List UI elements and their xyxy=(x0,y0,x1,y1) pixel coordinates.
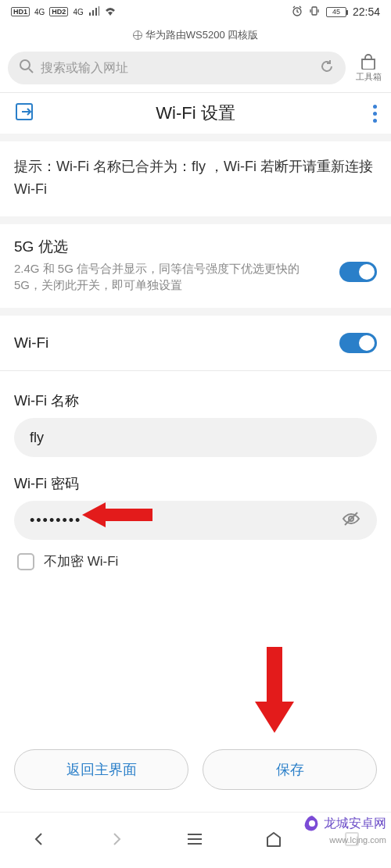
section-gap xyxy=(0,216,391,224)
vibrate-icon xyxy=(309,5,320,19)
section-gap xyxy=(0,308,391,316)
nav-home-icon[interactable] xyxy=(264,830,283,851)
wifi-password-value: •••••••• xyxy=(30,513,81,529)
watermark-url: www.lcjng.com xyxy=(329,835,386,845)
page-title-text: 华为路由WS5200 四核版 xyxy=(145,28,258,42)
status-bar: HD1 4G HD2 4G 45 22:54 xyxy=(0,0,391,23)
action-buttons: 返回主界面 保存 xyxy=(14,749,377,790)
pref-5g-toggle[interactable] xyxy=(339,262,377,282)
browser-page-title: 华为路由WS5200 四核版 xyxy=(0,23,391,48)
save-label: 保存 xyxy=(276,760,304,779)
pref-5g-row: 5G 优选 2.4G 和 5G 信号合并显示，同等信号强度下优选更快的 5G，关… xyxy=(0,224,391,309)
globe-icon xyxy=(133,30,142,40)
app-bar: Wi-Fi 设置 xyxy=(0,93,391,134)
toolbox-button[interactable]: 工具箱 xyxy=(353,54,383,83)
no-encrypt-row[interactable]: 不加密 Wi-Fi xyxy=(14,540,377,578)
signal-icon xyxy=(88,6,99,18)
hd2-badge: HD2 xyxy=(49,7,68,16)
wifi-name-input[interactable]: fly xyxy=(14,418,377,457)
wifi-name-label: Wi-Fi 名称 xyxy=(14,391,377,410)
merge-notice: 提示：Wi-Fi 名称已合并为：fly ，Wi-Fi 若断开请重新连接 Wi-F… xyxy=(0,141,391,216)
section-gap xyxy=(0,134,391,141)
no-encrypt-label: 不加密 Wi-Fi xyxy=(44,552,118,570)
svg-point-8 xyxy=(309,820,315,827)
pref-5g-desc: 2.4G 和 5G 信号合并显示，同等信号强度下优选更快的 5G，关闭此开关，即… xyxy=(14,260,330,295)
status-left: HD1 4G HD2 4G xyxy=(11,6,117,18)
wifi-toggle[interactable] xyxy=(339,333,377,353)
svg-marker-6 xyxy=(255,647,294,733)
toggle-password-visibility-icon[interactable] xyxy=(341,509,361,533)
svg-rect-1 xyxy=(312,7,317,15)
annotation-arrow-password xyxy=(82,499,152,530)
status-right: 45 22:54 xyxy=(292,5,380,19)
clock-text: 22:54 xyxy=(353,5,380,18)
nav-back-icon[interactable] xyxy=(30,830,48,851)
wifi-toggle-row: Wi-Fi xyxy=(0,316,391,370)
wifi-form: Wi-Fi 名称 fly Wi-Fi 密码 •••••••• 不加密 Wi-Fi xyxy=(0,371,391,581)
watermark: 龙城安卓网 www.lcjng.com xyxy=(303,815,386,832)
no-encrypt-checkbox[interactable] xyxy=(17,553,34,570)
battery-icon: 45 xyxy=(326,7,346,17)
watermark-text: 龙城安卓网 xyxy=(324,816,386,832)
search-icon xyxy=(19,59,34,77)
browser-toolbar: 搜索或输入网址 工具箱 xyxy=(0,48,391,92)
back-main-button[interactable]: 返回主界面 xyxy=(14,749,188,790)
screen-title: Wi-Fi 设置 xyxy=(0,102,391,125)
svg-marker-5 xyxy=(82,502,152,527)
alarm-icon xyxy=(292,5,303,19)
hd1-badge: HD1 xyxy=(11,7,30,16)
net1-label: 4G xyxy=(34,8,45,16)
wifi-name-value: fly xyxy=(30,430,44,446)
net2-label: 4G xyxy=(73,8,83,16)
save-button[interactable]: 保存 xyxy=(203,749,377,790)
back-main-label: 返回主界面 xyxy=(66,760,137,779)
pref-5g-title: 5G 优选 xyxy=(14,237,330,257)
wifi-toggle-label: Wi-Fi xyxy=(14,334,48,352)
reload-icon[interactable] xyxy=(319,59,335,77)
search-placeholder: 搜索或输入网址 xyxy=(41,60,128,77)
address-bar[interactable]: 搜索或输入网址 xyxy=(8,52,346,84)
wifi-password-input[interactable]: •••••••• xyxy=(14,501,377,540)
battery-level: 45 xyxy=(332,8,340,16)
pref-5g-text: 5G 优选 2.4G 和 5G 信号合并显示，同等信号强度下优选更快的 5G，关… xyxy=(14,237,330,295)
toolbox-label: 工具箱 xyxy=(356,72,382,81)
wifi-password-label: Wi-Fi 密码 xyxy=(14,474,377,493)
nav-menu-icon[interactable] xyxy=(185,830,204,851)
nav-forward-icon[interactable] xyxy=(108,830,125,851)
annotation-arrow-save xyxy=(255,647,294,733)
watermark-logo-icon xyxy=(303,815,321,832)
svg-point-2 xyxy=(20,60,30,70)
wifi-small-icon xyxy=(104,6,117,18)
